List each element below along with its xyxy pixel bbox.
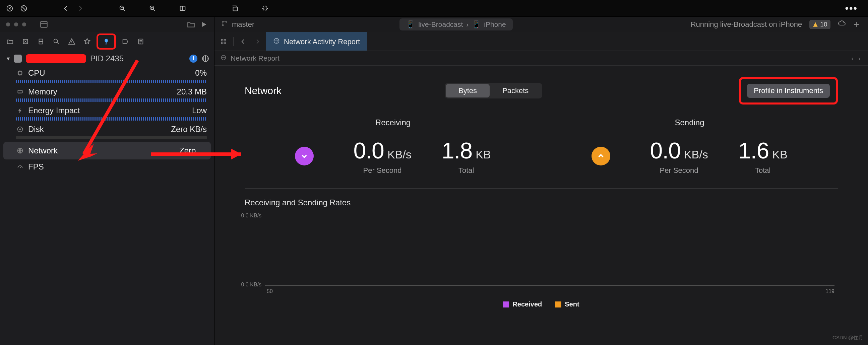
info-icon[interactable]: i — [189, 55, 197, 63]
folder-nav-icon[interactable] — [4, 35, 16, 48]
sparkle-icon[interactable] — [260, 4, 270, 13]
chart-title: Receiving and Sending Rates — [245, 198, 838, 207]
zoom-in-icon[interactable] — [148, 4, 157, 13]
cloud-icon[interactable] — [838, 20, 846, 29]
metric-value: 0% — [195, 68, 207, 78]
debug-nav-icon[interactable] — [100, 35, 112, 48]
metric-label: Memory — [28, 87, 57, 96]
metric-value: Zero … — [179, 146, 206, 155]
history-forward-icon[interactable] — [252, 36, 263, 47]
legend-swatch-sent — [555, 302, 561, 308]
receiving-rate: 0.0KB/s Per Second — [353, 137, 411, 175]
segment-bytes[interactable]: Bytes — [446, 84, 490, 97]
traffic-light-max[interactable] — [22, 23, 26, 27]
total-value: 1.6 — [738, 137, 769, 163]
library-icon[interactable] — [39, 20, 48, 29]
legend-label: Received — [513, 301, 542, 308]
metric-row-cpu[interactable]: CPU 0% — [0, 66, 214, 85]
metric-row-disk[interactable]: Disk Zero KB/s — [0, 123, 214, 142]
svg-point-11 — [54, 39, 58, 43]
canvas-icon[interactable] — [178, 4, 187, 13]
test-nav-icon[interactable] — [81, 35, 93, 48]
globe-icon — [220, 54, 226, 62]
new-window-icon[interactable] — [230, 4, 240, 13]
profile-instruments-button[interactable]: Profile in Instruments — [747, 84, 830, 98]
sending-total: 1.6KB Total — [738, 137, 787, 175]
metric-label: CPU — [28, 68, 45, 78]
scheme-device: iPhone — [484, 21, 506, 29]
metric-value: Zero KB/s — [171, 125, 207, 134]
active-tab[interactable]: Network Activity Report — [266, 32, 367, 51]
jump-prev-icon[interactable]: ‹ — [850, 54, 855, 62]
svg-point-16 — [18, 127, 23, 132]
y-tick: 0.0 KB/s — [241, 282, 261, 288]
svg-rect-21 — [221, 42, 223, 43]
receiving-title: Receiving — [375, 118, 410, 127]
issues-nav-icon[interactable] — [66, 35, 78, 48]
metric-row-fps[interactable]: FPS — [0, 160, 214, 174]
legend-swatch-received — [503, 302, 509, 308]
columns-icon[interactable] — [202, 55, 210, 63]
metric-value: Low — [192, 106, 207, 115]
branch-name: master — [232, 20, 254, 29]
no-entry-icon[interactable] — [19, 4, 29, 13]
process-row[interactable]: ▾ PID 2435 i — [0, 51, 214, 66]
sending-rate: 0.0KB/s Per Second — [650, 137, 708, 175]
app-icon: 📱 — [406, 21, 415, 29]
search-nav-icon[interactable] — [50, 35, 62, 48]
annotation-red-box-nav — [96, 33, 116, 50]
symbol-nav-icon[interactable] — [35, 35, 47, 48]
rates-chart: 0.0 KB/s 0.0 KB/s 50 119 — [265, 214, 835, 294]
jump-bar[interactable]: Network Report ‹ › — [215, 51, 868, 66]
metric-label: Energy Impact — [28, 106, 80, 115]
report-title: Network — [245, 85, 281, 96]
breakpoint-nav-icon[interactable] — [119, 35, 131, 48]
scheme-bar: master 📱 live-Broadcast › 📱 iPhone Runni… — [0, 17, 868, 32]
warning-badge[interactable]: 10 — [809, 20, 831, 29]
scheme-pill[interactable]: 📱 live-Broadcast › 📱 iPhone — [400, 19, 513, 30]
back-arrow-icon[interactable] — [61, 4, 71, 13]
new-folder-icon[interactable] — [187, 20, 195, 29]
rate-value: 0.0 — [353, 137, 384, 163]
add-button[interactable]: + — [853, 19, 859, 30]
legend-label: Sent — [565, 301, 579, 308]
forward-arrow-icon[interactable] — [75, 4, 85, 13]
sending-column: Sending 0.0KB/s Per Second 1.6KB Total — [541, 118, 838, 175]
traffic-light-min[interactable] — [14, 23, 18, 27]
segment-packets[interactable]: Packets — [490, 84, 541, 97]
branch-area[interactable]: master — [215, 17, 322, 32]
receiving-chevron-icon — [295, 147, 314, 165]
network-report: Network Bytes Packets Profile in Instrum… — [215, 66, 868, 345]
zoom-out-icon[interactable] — [118, 4, 127, 13]
tab-label: Network Activity Report — [284, 37, 360, 46]
rate-sub: Per Second — [363, 166, 402, 175]
jump-next-icon[interactable]: › — [857, 54, 862, 62]
disclosure-chevron-icon[interactable]: ▾ — [7, 55, 10, 62]
more-menu-icon[interactable]: ••• — [845, 3, 858, 14]
report-nav-icon[interactable] — [135, 35, 147, 48]
source-control-nav-icon[interactable] — [20, 35, 31, 48]
related-items-icon[interactable] — [218, 36, 229, 47]
sending-chevron-icon — [591, 147, 610, 165]
metric-row-energy[interactable]: Energy Impact Low — [0, 104, 214, 123]
history-back-icon[interactable] — [238, 36, 249, 47]
run-status-text: Running live-Broadcast on iPhone — [691, 20, 802, 29]
bolt-icon — [16, 106, 24, 115]
rate-sub: Per Second — [660, 166, 699, 175]
svg-rect-5 — [233, 7, 238, 11]
metric-value: 20.3 MB — [177, 87, 207, 96]
total-value: 1.8 — [442, 137, 472, 163]
cpu-icon — [16, 69, 24, 77]
metric-row-memory[interactable]: Memory 20.3 MB — [0, 85, 214, 104]
run-icon[interactable] — [199, 20, 208, 29]
bytes-packets-segment[interactable]: Bytes Packets — [445, 83, 542, 98]
metrics-list: CPU 0% Memory 20.3 MB Energy Impact Low — [0, 66, 214, 174]
metric-label: FPS — [28, 162, 44, 171]
receiving-total: 1.8KB Total — [442, 137, 491, 175]
metric-row-network[interactable]: Network Zero … — [3, 142, 211, 159]
scheme-separator: › — [466, 21, 468, 29]
editor-area: Network Activity Report Network Report ‹… — [215, 32, 868, 345]
close-circle-icon[interactable] — [5, 4, 14, 13]
y-tick: 0.0 KB/s — [241, 213, 261, 219]
traffic-light-close[interactable] — [6, 23, 10, 27]
